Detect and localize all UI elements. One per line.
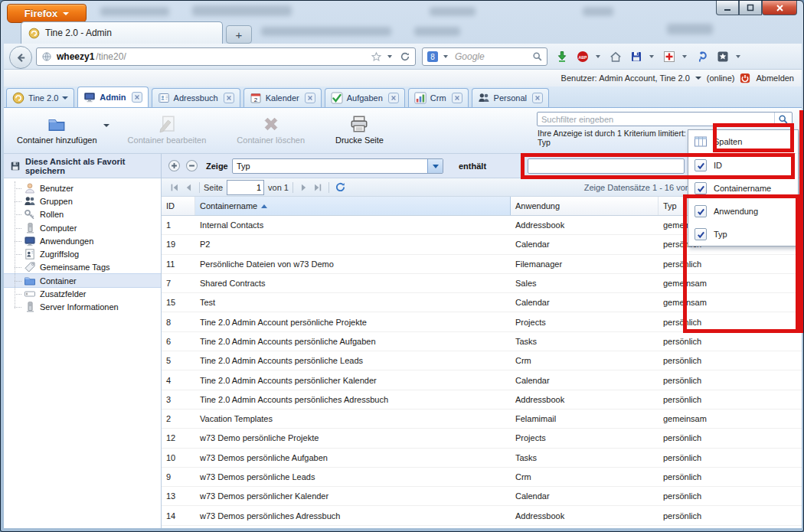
menu-checkbox-anwendung[interactable]: Anwendung xyxy=(688,200,798,223)
tab-tine-2-0[interactable]: Tine 2.0 xyxy=(6,88,74,107)
magnifier-icon[interactable] xyxy=(532,51,543,62)
filter-value-input[interactable] xyxy=(528,158,685,174)
bookmarks-star-icon[interactable] xyxy=(714,48,731,65)
close-icon[interactable] xyxy=(452,93,462,103)
cell-id: 11 xyxy=(162,259,195,269)
refresh-icon[interactable] xyxy=(333,181,347,194)
remove-filter-button[interactable] xyxy=(185,159,198,172)
column-checkbox-list: IDContainernameAnwendungTyp xyxy=(688,154,798,246)
sidebar-item-server-informationen[interactable]: Server Informationen xyxy=(4,301,161,314)
table-row[interactable]: 12w73 Demo persönliche ProjekteProjectsp… xyxy=(162,429,802,448)
account-dropdown-icon[interactable] xyxy=(695,77,701,80)
close-icon[interactable] xyxy=(388,93,399,103)
close-icon[interactable] xyxy=(224,93,234,103)
checkbox-checked-icon[interactable] xyxy=(695,159,707,171)
menu-checkbox-id[interactable]: ID xyxy=(688,154,798,177)
quickfilter-search-icon[interactable] xyxy=(774,113,792,126)
sidebar-item-benutzer[interactable]: Benutzer xyxy=(4,181,161,194)
sidebar-item-zusatzfelder[interactable]: Zusatzfelder xyxy=(4,287,161,300)
logout-link[interactable]: Abmelden xyxy=(756,73,794,83)
quickfilter-input[interactable] xyxy=(538,115,774,124)
url-dropdown-icon[interactable] xyxy=(387,55,392,58)
table-row[interactable]: 7Shared ContractsSalesgemeinsam xyxy=(162,274,802,293)
table-row[interactable]: 11Persönliche Dateien von w73 DemoFilema… xyxy=(162,255,802,274)
last-page-icon[interactable] xyxy=(311,181,325,194)
reload-icon[interactable] xyxy=(400,51,410,62)
container-hinzufügen-button[interactable]: Container hinzufügen xyxy=(10,111,104,147)
first-page-icon[interactable] xyxy=(168,181,181,194)
sidebar-item-computer[interactable]: Computer xyxy=(4,221,161,234)
sidebar-item-zugriffslog[interactable]: Zugriffslog xyxy=(4,247,161,260)
table-row[interactable]: 3Tine 2.0 Admin Accounts persönliches Ad… xyxy=(162,390,802,410)
search-engine-dropdown-icon[interactable] xyxy=(443,55,448,58)
close-button[interactable] xyxy=(762,1,797,15)
adblock-icon[interactable]: ABP xyxy=(574,48,591,65)
column-header-containername[interactable]: Containername xyxy=(195,197,511,215)
minimize-button[interactable] xyxy=(716,1,739,15)
column-header-anwendung[interactable]: Anwendung xyxy=(511,197,659,215)
chevron-down-icon[interactable] xyxy=(596,55,600,58)
sidebar-item-container[interactable]: Container xyxy=(4,274,161,287)
menu-item-spalten[interactable]: Spalten xyxy=(688,130,798,153)
tab-aufgaben[interactable]: Aufgaben xyxy=(325,88,405,107)
new-addon-icon[interactable] xyxy=(661,48,678,65)
download-icon[interactable] xyxy=(554,48,570,65)
chevron-down-icon[interactable] xyxy=(62,96,68,100)
close-icon[interactable] xyxy=(532,93,543,103)
save-favorite-button[interactable]: Diese Ansicht als Favorit speichern xyxy=(4,154,162,178)
quickfilter[interactable] xyxy=(537,112,793,126)
table-row[interactable]: 14w73 Demos persönliches AdressbuchAddre… xyxy=(162,506,802,525)
tab-admin[interactable]: Admin xyxy=(77,86,148,107)
table-row[interactable]: 8Tine 2.0 Admin Account persönliche Proj… xyxy=(162,312,802,331)
close-icon[interactable] xyxy=(132,92,142,103)
close-icon[interactable] xyxy=(305,93,315,103)
checkbox-checked-icon[interactable] xyxy=(695,182,707,194)
seahorse-addon-icon[interactable] xyxy=(694,48,711,65)
table-row[interactable]: 5Tine 2.0 Admin Accounts persönliche Lea… xyxy=(162,351,802,370)
chevron-down-icon[interactable] xyxy=(736,55,740,58)
menu-checkbox-containername[interactable]: Containername xyxy=(688,177,798,200)
combo-dropdown-icon[interactable] xyxy=(427,159,443,173)
tab-kalender[interactable]: 2Kalender xyxy=(243,88,322,107)
tab-adressbuch[interactable]: Adressbuch xyxy=(152,88,240,107)
add-filter-button[interactable] xyxy=(168,159,181,172)
restore-button[interactable] xyxy=(739,1,762,15)
table-row[interactable]: 10w73 Demos persönliche AufgabenTasksper… xyxy=(162,449,802,468)
page-number-input[interactable] xyxy=(227,180,264,195)
chevron-down-icon[interactable] xyxy=(682,55,687,58)
chevron-down-icon[interactable] xyxy=(649,55,654,58)
prev-page-icon[interactable] xyxy=(181,181,195,194)
cell-typ: persönlich xyxy=(659,511,802,521)
tab-crm[interactable]: Crm xyxy=(408,88,469,107)
sidebar-item-rollen[interactable]: Rollen xyxy=(4,208,161,221)
menu-checkbox-typ[interactable]: Typ xyxy=(688,223,798,246)
logout-power-icon[interactable] xyxy=(740,73,750,83)
bookmark-star-icon[interactable] xyxy=(371,51,382,63)
filter-field-combo[interactable]: Typ xyxy=(232,158,443,174)
back-button[interactable] xyxy=(9,46,32,69)
sidebar-item-gemeinsame-tags[interactable]: Gemeinsame Tags xyxy=(4,261,161,274)
account-menu[interactable]: Benutzer: Admin Account, Tine 2.0 xyxy=(561,73,690,83)
table-row[interactable]: 2Vacation TemplatesFelamimailgemeinsam xyxy=(162,410,802,429)
firefox-menu-button[interactable]: Firefox xyxy=(7,4,87,23)
tab-personal[interactable]: Personal xyxy=(472,88,549,107)
table-row[interactable]: 6Tine 2.0 Admin Accounts persönliche Auf… xyxy=(162,332,802,351)
checkbox-checked-icon[interactable] xyxy=(695,228,707,240)
table-row[interactable]: 4Tine 2.0 Admin Accounts persönlicher Ka… xyxy=(162,370,802,390)
column-header-id[interactable]: ID xyxy=(162,197,195,215)
next-page-icon[interactable] xyxy=(297,181,311,194)
browser-tab[interactable]: Tine 2.0 - Admin xyxy=(21,21,223,44)
url-bar[interactable]: wheezy1 /tine20/ xyxy=(36,47,416,66)
table-row[interactable]: 13w73 Demos persönlicher KalenderCalenda… xyxy=(162,487,802,506)
save-disk-icon[interactable] xyxy=(628,48,645,65)
sidebar-item-anwendungen[interactable]: Anwendungen xyxy=(4,234,161,247)
new-tab-button[interactable]: + xyxy=(226,25,252,44)
table-row[interactable]: 15TestCalendargemeinsam xyxy=(162,293,802,312)
sidebar-item-gruppen[interactable]: Gruppen xyxy=(4,194,161,207)
home-icon[interactable] xyxy=(607,48,624,65)
drucke-seite-button[interactable]: Drucke Seite xyxy=(328,111,391,147)
split-dropdown-icon[interactable] xyxy=(103,124,109,127)
search-bar[interactable]: 8 Google xyxy=(422,47,547,66)
table-row[interactable]: 9w73 Demos persönliche LeadsCrmpersönlic… xyxy=(162,468,802,487)
checkbox-checked-icon[interactable] xyxy=(695,205,707,217)
